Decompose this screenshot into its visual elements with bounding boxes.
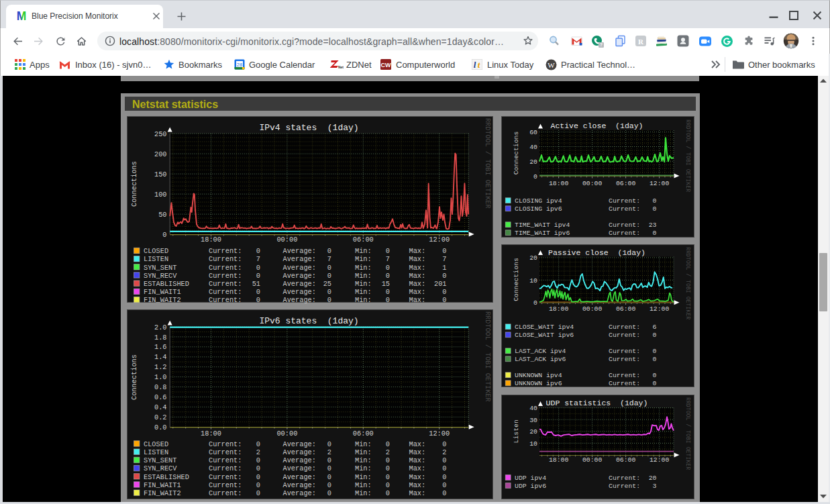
svg-text:0: 0 xyxy=(442,272,446,280)
svg-text:CLOSE_WAIT ipv4: CLOSE_WAIT ipv4 xyxy=(515,323,574,331)
svg-text:20: 20 xyxy=(529,428,537,436)
svg-text:18:00: 18:00 xyxy=(201,236,221,244)
svg-text:0: 0 xyxy=(386,481,390,489)
svg-text:1.2: 1.2 xyxy=(154,363,167,371)
svg-text:Average:: Average: xyxy=(283,473,316,481)
svg-text:3: 3 xyxy=(653,483,657,490)
svg-text:Min:: Min: xyxy=(355,288,372,296)
svg-text:SYN_SENT: SYN_SENT xyxy=(144,456,176,464)
svg-text:UDP ipv4: UDP ipv4 xyxy=(515,474,546,482)
svg-text:UDP statistics (1day): UDP statistics (1day) xyxy=(546,399,648,407)
svg-text:FIN_WAIT1: FIN_WAIT1 xyxy=(144,288,181,296)
svg-text:Min:: Min: xyxy=(355,464,372,472)
svg-text:Average:: Average: xyxy=(283,280,316,288)
svg-text:Max:: Max: xyxy=(409,280,426,288)
svg-text:Max:: Max: xyxy=(409,456,426,464)
svg-text:00:00: 00:00 xyxy=(582,180,603,187)
svg-text:CLOSING ipv6: CLOSING ipv6 xyxy=(515,205,562,213)
svg-text:0: 0 xyxy=(327,489,331,497)
svg-text:06:00: 06:00 xyxy=(353,236,374,244)
svg-text:Current:: Current: xyxy=(209,473,242,481)
svg-text:Current:: Current: xyxy=(209,448,242,456)
svg-text:0: 0 xyxy=(653,197,657,205)
svg-text:0: 0 xyxy=(653,356,657,363)
svg-text:Connections: Connections xyxy=(513,132,520,175)
svg-text:20: 20 xyxy=(649,474,657,482)
svg-text:0: 0 xyxy=(653,348,657,355)
svg-text:0: 0 xyxy=(256,440,260,448)
svg-text:0: 0 xyxy=(386,473,390,481)
svg-text:Max:: Max: xyxy=(409,464,426,472)
svg-text:Current:: Current: xyxy=(609,483,640,490)
svg-text:0: 0 xyxy=(386,288,390,296)
svg-text:IPv6 states (1day): IPv6 states (1day) xyxy=(259,316,358,326)
svg-text:TIME_WAIT ipv6: TIME_WAIT ipv6 xyxy=(515,230,570,237)
svg-text:Current:: Current: xyxy=(609,323,640,331)
svg-text:Min:: Min: xyxy=(355,489,372,497)
svg-text:Min:: Min: xyxy=(355,448,372,456)
svg-text:00:00: 00:00 xyxy=(582,456,603,464)
svg-text:0: 0 xyxy=(442,481,446,489)
svg-text:Current:: Current: xyxy=(209,481,242,489)
svg-text:0: 0 xyxy=(653,230,657,237)
svg-text:Min:: Min: xyxy=(355,255,372,263)
svg-text:0: 0 xyxy=(327,296,331,304)
svg-text:0: 0 xyxy=(256,288,260,296)
svg-text:0: 0 xyxy=(653,372,657,379)
svg-text:Average:: Average: xyxy=(283,272,316,280)
svg-text:Min:: Min: xyxy=(355,280,372,288)
svg-text:20: 20 xyxy=(529,254,537,262)
svg-text:ESTABLISHED: ESTABLISHED xyxy=(144,280,189,288)
svg-text:0: 0 xyxy=(442,456,446,464)
svg-text:1.6: 1.6 xyxy=(154,343,167,351)
svg-text:Max:: Max: xyxy=(409,247,426,255)
svg-text:1.4: 1.4 xyxy=(154,353,167,361)
svg-text:0: 0 xyxy=(442,288,446,296)
svg-text:12:00: 12:00 xyxy=(429,430,450,438)
svg-text:Max:: Max: xyxy=(409,481,426,489)
svg-text:Current:: Current: xyxy=(209,280,242,288)
svg-text:0: 0 xyxy=(327,456,331,464)
svg-text:7: 7 xyxy=(386,255,390,263)
svg-text:06:00: 06:00 xyxy=(616,456,636,464)
svg-text:0: 0 xyxy=(386,440,390,448)
svg-text:200: 200 xyxy=(154,150,167,158)
svg-text:Current:: Current: xyxy=(609,474,640,482)
svg-text:7: 7 xyxy=(327,255,331,263)
svg-text:0.2: 0.2 xyxy=(154,413,167,421)
svg-text:0: 0 xyxy=(386,456,390,464)
svg-text:0: 0 xyxy=(256,296,260,304)
svg-text:Max:: Max: xyxy=(409,473,426,481)
svg-text:0: 0 xyxy=(256,272,260,280)
svg-text:TIME_WAIT ipv4: TIME_WAIT ipv4 xyxy=(515,221,570,229)
svg-text:0: 0 xyxy=(442,296,446,304)
svg-text:SYN_RECV: SYN_RECV xyxy=(144,464,177,472)
svg-text:Current:: Current: xyxy=(209,464,242,472)
svg-text:RRDTOOL / TOBI OETIKER: RRDTOOL / TOBI OETIKER xyxy=(685,397,691,470)
svg-text:Max:: Max: xyxy=(409,264,426,272)
svg-text:0: 0 xyxy=(162,231,166,239)
svg-text:Max:: Max: xyxy=(409,296,426,304)
svg-text:18:00: 18:00 xyxy=(549,305,569,313)
svg-text:40: 40 xyxy=(529,405,537,412)
svg-text:0: 0 xyxy=(386,264,390,272)
svg-text:18:00: 18:00 xyxy=(549,180,569,187)
svg-text:2: 2 xyxy=(256,448,260,456)
svg-text:Current:: Current: xyxy=(609,380,640,387)
svg-text:0: 0 xyxy=(386,464,390,472)
svg-text:CLOSED: CLOSED xyxy=(144,247,168,255)
svg-text:0: 0 xyxy=(442,247,446,255)
svg-text:50: 50 xyxy=(158,211,166,219)
svg-text:0: 0 xyxy=(327,272,331,280)
svg-text:Min:: Min: xyxy=(355,264,372,272)
svg-text:RRDTOOL / TOBI OETIKER: RRDTOOL / TOBI OETIKER xyxy=(685,247,691,319)
svg-text:0: 0 xyxy=(256,264,260,272)
svg-text:51: 51 xyxy=(252,280,260,288)
svg-text:06:00: 06:00 xyxy=(353,430,374,438)
svg-text:0: 0 xyxy=(256,473,260,481)
svg-text:SYN_SENT: SYN_SENT xyxy=(144,264,176,272)
svg-text:LAST_ACK ipv6: LAST_ACK ipv6 xyxy=(515,356,566,363)
svg-text:20: 20 xyxy=(529,158,537,166)
svg-text:12:00: 12:00 xyxy=(650,456,670,464)
svg-text:LISTEN: LISTEN xyxy=(144,255,168,263)
